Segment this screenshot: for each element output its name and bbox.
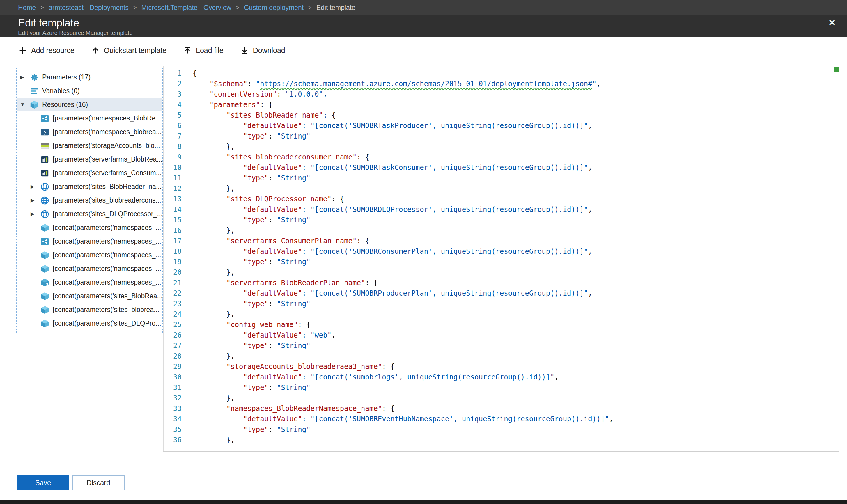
cube-icon — [40, 292, 49, 301]
chevron-right-icon[interactable]: ▶ — [20, 74, 30, 80]
tree-item[interactable]: [concat(parameters('namespaces_... — [17, 262, 162, 275]
code-line[interactable]: 5 "sites_BlobReader_name": { — [164, 110, 840, 121]
breadcrumb-item[interactable]: Microsoft.Template - Overview — [142, 4, 231, 12]
code-text: "defaultValue": "[concat('sumobrlogs', u… — [193, 372, 559, 382]
code-line[interactable]: 11 "type": "String" — [164, 173, 840, 183]
code-line[interactable]: 3 "contentVersion": "1.0.0.0", — [164, 89, 840, 100]
code-line[interactable]: 21 "serverfarms_BlobReaderPlan_name": { — [164, 277, 840, 288]
discard-button[interactable]: Discard — [72, 475, 125, 490]
code-line[interactable]: 7 "type": "String" — [164, 131, 840, 141]
chevron-right-icon[interactable]: ▶ — [31, 184, 40, 190]
code-line[interactable]: 15 "type": "String" — [164, 215, 840, 225]
code-line[interactable]: 34 "defaultValue": "[concat('SUMOBREvent… — [164, 414, 840, 424]
line-number: 1 — [164, 68, 193, 78]
quickstart-template-button[interactable]: Quickstart template — [91, 46, 166, 55]
tree-item[interactable]: [concat(parameters('namespaces_... — [17, 275, 162, 289]
breadcrumb-item[interactable]: armtesteast - Deployments — [49, 4, 129, 12]
code-line[interactable]: 10 "defaultValue": "[concat('SUMOBRTaskC… — [164, 162, 840, 173]
code-text: }, — [193, 183, 235, 194]
resource-tree: ▶Parameters (17)Variables (0)▼Resources … — [17, 70, 162, 330]
code-line[interactable]: 25 "config_web_name": { — [164, 320, 840, 330]
tree-item[interactable]: [concat(parameters('namespaces_... — [17, 248, 162, 262]
tree-item[interactable]: [concat(parameters('namespaces_... — [17, 235, 162, 248]
load-file-button[interactable]: Load file — [183, 46, 223, 55]
code-line[interactable]: 24 }, — [164, 309, 840, 320]
tree-item[interactable]: [parameters('namespaces_blobrea... — [17, 125, 162, 139]
tree-item[interactable]: [concat(parameters('sites_BlobRea... — [17, 289, 162, 303]
tree-item[interactable]: [concat(parameters('sites_DLQPro... — [17, 317, 162, 330]
code-text: }, — [193, 267, 235, 277]
storage-icon — [40, 141, 49, 150]
save-button[interactable]: Save — [17, 475, 69, 490]
code-text: "type": "String" — [193, 131, 310, 141]
code-line[interactable]: 2 "$schema": "https://schema.management.… — [164, 78, 840, 89]
code-line[interactable]: 14 "defaultValue": "[concat('SUMOBRDLQPr… — [164, 204, 840, 215]
tree-item[interactable]: [parameters('serverfarms_Consum... — [17, 166, 162, 180]
code-text: }, — [193, 435, 235, 445]
code-line[interactable]: 9 "sites_blobreaderconsumer_name": { — [164, 152, 840, 162]
code-line[interactable]: 17 "serverfarms_ConsumerPlan_name": { — [164, 236, 840, 246]
code-line[interactable]: 30 "defaultValue": "[concat('sumobrlogs'… — [164, 372, 840, 382]
tree-item[interactable]: ▶Parameters (17) — [17, 70, 162, 84]
code-line[interactable]: 26 "defaultValue": "web", — [164, 330, 840, 340]
code-line[interactable]: 32 }, — [164, 393, 840, 403]
code-line[interactable]: 19 "type": "String" — [164, 257, 840, 267]
code-line[interactable]: 29 "storageAccounts_blobreaderaea3_name"… — [164, 361, 840, 372]
blade-header: Edit template Edit your Azure Resource M… — [0, 15, 847, 37]
code-line[interactable]: 6 "defaultValue": "[concat('SUMOBRTaskPr… — [164, 121, 840, 131]
breadcrumb-item: Edit template — [317, 4, 355, 12]
tree-item[interactable]: [concat(parameters('sites_blobrea... — [17, 303, 162, 317]
code-text: }, — [193, 225, 235, 236]
code-text: "type": "String" — [193, 424, 310, 435]
code-line[interactable]: 12 }, — [164, 183, 840, 194]
tree-item[interactable]: ▶[parameters('sites_DLQProcessor_... — [17, 207, 162, 221]
close-button[interactable]: ✕ — [828, 18, 836, 28]
tree-item[interactable]: ▼Resources (16) — [17, 98, 162, 111]
line-number: 3 — [164, 89, 193, 100]
website-icon — [40, 210, 49, 218]
code-line[interactable]: 33 "namespaces_BlobReaderNamespace_name"… — [164, 403, 840, 414]
chevron-right-icon[interactable]: ▶ — [31, 211, 40, 217]
code-text: "sites_DLQProcessor_name": { — [193, 194, 344, 204]
line-number: 21 — [164, 277, 193, 288]
code-text: "type": "String" — [193, 173, 310, 183]
code-line[interactable]: 1{ — [164, 68, 840, 78]
code-line[interactable]: 22 "defaultValue": "[concat('SUMOBRProdu… — [164, 288, 840, 299]
code-line[interactable]: 13 "sites_DLQProcessor_name": { — [164, 194, 840, 204]
line-number: 24 — [164, 309, 193, 320]
line-number: 2 — [164, 78, 193, 89]
code-line[interactable]: 28 }, — [164, 351, 840, 361]
code-line[interactable]: 18 "defaultValue": "[concat('SUMOBRConsu… — [164, 246, 840, 257]
code-line[interactable]: 8 }, — [164, 141, 840, 152]
tree-item[interactable]: [parameters('namespaces_BlobRe... — [17, 111, 162, 125]
schema-link[interactable]: https://schema.management.azure.com/sche… — [260, 80, 592, 88]
code-line[interactable]: 16 }, — [164, 225, 840, 236]
code-line[interactable]: 36 }, — [164, 435, 840, 445]
breadcrumb-item[interactable]: Home — [18, 4, 36, 12]
toolbar: Add resourceQuickstart templateLoad file… — [0, 37, 847, 64]
line-number: 15 — [164, 215, 193, 225]
code-line[interactable]: 20 }, — [164, 267, 840, 277]
tree-item[interactable]: [parameters('storageAccounts_blo... — [17, 139, 162, 152]
code-line[interactable]: 27 "type": "String" — [164, 340, 840, 351]
add-resource-button[interactable]: Add resource — [19, 46, 74, 55]
line-number: 11 — [164, 173, 193, 183]
chevron-right-icon[interactable]: ▶ — [31, 197, 40, 203]
tree-item[interactable]: ▶[parameters('sites_blobreadercons... — [17, 194, 162, 207]
code-text: "serverfarms_ConsumerPlan_name": { — [193, 236, 370, 246]
code-editor[interactable]: 1{2 "$schema": "https://schema.managemen… — [163, 66, 840, 452]
tree-item[interactable]: [parameters('serverfarms_BlobRea... — [17, 152, 162, 166]
chevron-down-icon[interactable]: ▼ — [20, 102, 30, 108]
tree-item[interactable]: ▶[parameters('sites_BlobReader_na... — [17, 180, 162, 194]
tree-item[interactable]: [concat(parameters('namespaces_... — [17, 221, 162, 235]
code-line[interactable]: 4 "parameters": { — [164, 100, 840, 110]
cube-icon — [40, 223, 49, 232]
toolbar-item-label: Add resource — [31, 46, 74, 55]
code-line[interactable]: 23 "type": "String" — [164, 299, 840, 309]
tree-item[interactable]: Variables (0) — [17, 84, 162, 98]
code-line[interactable]: 35 "type": "String" — [164, 424, 840, 435]
code-line[interactable]: 31 "type": "String" — [164, 382, 840, 393]
breadcrumb-item[interactable]: Custom deployment — [244, 4, 304, 12]
code-text: "type": "String" — [193, 299, 310, 309]
download-button[interactable]: Download — [240, 46, 285, 55]
